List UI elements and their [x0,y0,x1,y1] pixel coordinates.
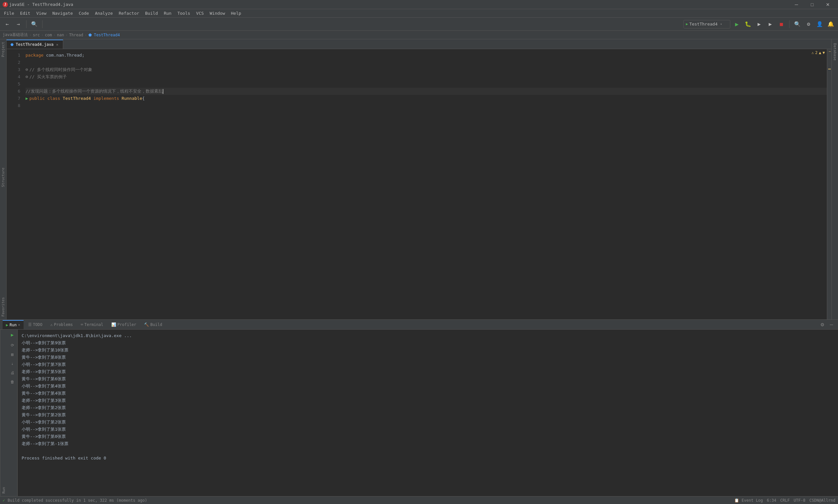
close-button[interactable]: ✕ [820,0,835,9]
menu-view[interactable]: View [34,10,49,16]
console-output-line-14: 黄牛-->拿到了第0张票 [22,433,834,440]
status-left: ✓ Build completed successfully in 1 sec,… [3,498,147,503]
run-tab-close[interactable]: ✕ [18,323,20,327]
run-vertical-label[interactable]: Run [0,486,7,495]
status-build-message: Build completed successfully in 1 sec, 3… [7,498,147,503]
console-output-line-9: 老师-->拿到了第3张票 [22,397,834,404]
search-button[interactable]: 🔍 [30,20,39,29]
status-user: CSDN@Allrnd [809,498,835,503]
structure-panel-label[interactable]: Structure [0,165,6,190]
run-scroll-button[interactable]: ⇣ [8,360,16,367]
editor-scrollbar[interactable]: ─ [827,49,832,320]
menu-tools[interactable]: Tools [175,10,193,16]
status-right: 📋 Event Log 6:34 CRLF UTF-8 CSDN@Allrnd [734,498,835,503]
profile-button[interactable]: ▶ [766,20,775,29]
back-button[interactable]: ← [3,20,12,29]
bottom-tab-problems[interactable]: ⚠ Problems [47,320,76,329]
status-event-log[interactable]: 📋 Event Log [734,498,763,503]
run-filter-button[interactable]: ▤ [8,350,16,358]
run-print-button[interactable]: 🖨 [8,369,16,377]
project-panel-label[interactable]: Project [0,39,6,59]
status-encoding[interactable]: UTF-8 [794,498,805,503]
tab-close-button[interactable]: ✕ [56,42,59,47]
code-line-1: package com.nan.Thread; [25,52,827,59]
debug-button[interactable]: 🐛 [743,20,752,29]
line-numbers: 1 2 3 4 5 6 7 8 [6,49,23,320]
menu-refactor[interactable]: Refactor [116,10,142,16]
console-output-line-8: 黄牛-->拿到了第4张票 [22,390,834,397]
notifications-button[interactable]: 🔔 [826,20,835,29]
console-output-line-7: 小明-->拿到了第4张票 [22,382,834,390]
status-line-ending[interactable]: CRLF [780,498,789,503]
run-config-dropdown[interactable]: ▶ TestThread4 ▾ [683,20,730,29]
bottom-tab-terminal[interactable]: ⌨ Terminal [77,320,106,329]
console-output-line-1: 小明-->拿到了第9张票 [22,339,834,346]
code-line-6: //发现问题：多个线程操作同一个资源的情况下，线程不安全，数据紊乱 [25,88,827,95]
app-icon: J [3,2,8,7]
code-content[interactable]: package com.nan.Thread; ⊖ // 多个线程同时操作同一个… [23,49,827,320]
menu-code[interactable]: Code [76,10,92,16]
database-panel-label[interactable]: Database [832,40,838,63]
editor-tab-testthread4[interactable]: ⬟ TestThread4.java ✕ [6,40,63,49]
menu-vcs[interactable]: VCS [194,10,206,16]
title-bar: J javaSE - TestThread4.java ─ □ ✕ [0,0,838,9]
menu-build[interactable]: Build [142,10,160,16]
stop-button[interactable]: ■ [777,20,786,29]
breadcrumb-file[interactable]: ⬟ TestThread4 [88,33,120,37]
favorites-panel-label[interactable]: Favorites [0,294,6,320]
left-tool-panel: Project Structure Favorites [0,39,6,320]
settings-button[interactable]: ⚙ [804,20,813,29]
toolbar-separator-2 [42,20,42,28]
menu-analyze[interactable]: Analyze [92,10,115,16]
maximize-button[interactable]: □ [805,0,820,9]
menu-navigate[interactable]: Navigate [50,10,76,16]
forward-button[interactable]: → [14,20,23,29]
bottom-tab-todo[interactable]: ☰ TODO [25,320,46,329]
menu-file[interactable]: File [1,10,17,16]
user-button[interactable]: 👤 [815,20,824,29]
bottom-panel: ▶ Run ✕ ☰ TODO ⚠ Problems ⌨ Terminal 📊 P… [0,320,838,496]
bottom-tab-profiler[interactable]: 📊 Profiler [108,320,140,329]
coverage-button[interactable]: ▶ [754,20,764,29]
search-everywhere-button[interactable]: 🔍 [793,20,802,29]
title-bar-left: J javaSE - TestThread4.java [3,2,73,7]
menu-run[interactable]: Run [161,10,174,16]
run-button[interactable]: ▶ [732,20,742,29]
breadcrumb-thread[interactable]: Thread [69,33,83,37]
bottom-tab-build[interactable]: 🔨 Build [141,320,165,329]
menu-edit[interactable]: Edit [17,10,33,16]
bottom-panel-controls: ⚙ ─ [818,321,835,328]
console-output-line-4: 小明-->拿到了第7张票 [22,361,834,368]
breadcrumb-root[interactable]: java基础语法 [3,32,28,38]
code-line-3: ⊖ // 多个线程同时操作同一个对象 [25,66,827,73]
editor-tab-bar: ⬟ TestThread4.java ✕ [6,39,832,49]
console-command-line: C:\environment\java\jdk1.8\bin\java.exe … [22,332,834,339]
code-editor[interactable]: 1 2 3 4 5 6 7 8 package com.nan.Thread; … [6,49,832,320]
editor-area: ⬟ TestThread4.java ✕ 1 2 3 4 5 6 7 8 pac… [6,39,832,320]
breadcrumb-src[interactable]: src [33,33,40,37]
menu-window[interactable]: Window [207,10,228,16]
breadcrumb-nan[interactable]: nan [57,33,64,37]
bottom-tab-run[interactable]: ▶ Run ✕ [3,320,23,329]
run-stop-button[interactable]: ⟳ [8,341,16,349]
panel-settings-button[interactable]: ⚙ [818,321,826,328]
bottom-panel-tabs: ▶ Run ✕ ☰ TODO ⚠ Problems ⌨ Terminal 📊 P… [3,320,165,329]
title-bar-text: javaSE - TestThread4.java [9,2,73,7]
console-output-line-5: 老师-->拿到了第5张票 [22,368,834,375]
run-panel-content: Run ▶ ⟳ ▤ ⇣ 🖨 🗑 C:\environment\java\jdk1… [0,329,838,496]
bottom-panel-header: ▶ Run ✕ ☰ TODO ⚠ Problems ⌨ Terminal 📊 P… [0,320,838,329]
console-output[interactable]: C:\environment\java\jdk1.8\bin\java.exe … [18,329,838,496]
console-output-line-13: 小明-->拿到了第1张票 [22,426,834,433]
console-output-line-10: 老师-->拿到了第2张票 [22,404,834,411]
run-restart-button[interactable]: ▶ [8,331,16,339]
breadcrumb-com[interactable]: com [45,33,52,37]
minimize-button[interactable]: ─ [789,0,804,9]
main-area: Project Structure Favorites ⬟ TestThread… [0,39,838,320]
status-build-icon: ✓ [3,498,5,503]
menu-help[interactable]: Help [229,10,244,16]
run-clear-button[interactable]: 🗑 [8,378,16,386]
panel-minimize-button[interactable]: ─ [827,321,835,328]
toolbar-separator-3 [789,20,789,28]
console-output-line-11: 黄牛-->拿到了第2张票 [22,411,834,418]
code-line-8 [25,102,827,109]
